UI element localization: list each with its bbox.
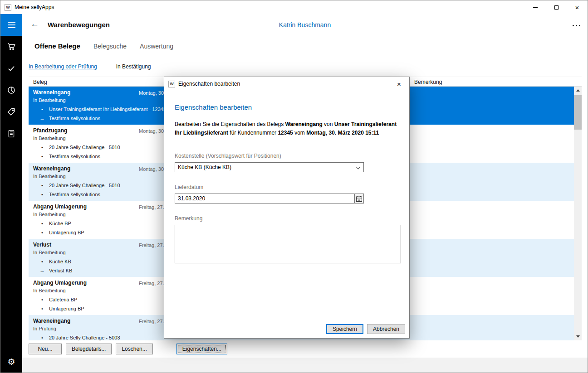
filter-in-bestätigung[interactable]: In Bestätigung [116, 63, 151, 70]
dialog-body: Eigenschaften bearbeiten Bearbeiten Sie … [164, 103, 409, 352]
filter-bar: In Bearbeitung oder PrüfungIn Bestätigun… [29, 63, 151, 70]
chevron-down-icon [356, 165, 361, 170]
app-window: W Meine sellyApps × [0, 0, 588, 373]
calendar-button[interactable] [355, 194, 364, 203]
filter-in-bearbeitung-oder-prüfung[interactable]: In Bearbeitung oder Prüfung [29, 63, 97, 70]
eigenschaften-dialog: W Eigenschaften bearbeiten × Eigenschaft… [164, 77, 410, 339]
column-header-beleg[interactable]: Beleg [33, 79, 47, 85]
sidebar-item-tag[interactable] [0, 101, 22, 123]
column-header-bemerkung[interactable]: Bemerkung [414, 79, 442, 85]
sidebar-item-cart[interactable] [0, 36, 22, 58]
kostenstelle-value: Küche KB (Küche KB) [178, 164, 231, 170]
titlebar: W Meine sellyApps × [0, 0, 588, 14]
dialog-buttons: Speichern Abbrechen [326, 324, 405, 334]
save-button[interactable]: Speichern [326, 324, 363, 334]
cart-icon [7, 43, 15, 51]
dialog-titlebar: W Eigenschaften bearbeiten × [164, 77, 409, 91]
löschen-button[interactable]: Löschen... [116, 344, 152, 354]
arrow-up-icon [576, 89, 580, 92]
dialog-app-icon: W [168, 81, 175, 87]
ellipsis-icon [573, 25, 574, 26]
scroll-up-button[interactable] [574, 87, 582, 94]
kostenstelle-select[interactable]: Küche KB (Küche KB) [175, 162, 364, 172]
lieferdatum-label: Lieferdatum [175, 184, 399, 190]
sidebar: ⚙ [0, 14, 22, 373]
bottom-strip [22, 358, 588, 373]
vertical-scrollbar[interactable] [574, 87, 582, 340]
user-name[interactable]: Katrin Buschmann [279, 21, 331, 29]
back-button[interactable]: ← [30, 19, 39, 29]
tab-offene-belege[interactable]: Offene Belege [34, 42, 80, 50]
close-icon: × [397, 81, 401, 87]
page-title: Warenbewegungen [48, 21, 110, 29]
pie-chart-icon [7, 86, 15, 94]
dialog-description: Bearbeiten Sie die Eigenschaften des Bel… [175, 120, 399, 137]
minimize-icon [533, 7, 538, 8]
scroll-down-button[interactable] [574, 333, 582, 340]
journal-icon [7, 130, 15, 138]
close-icon: × [575, 4, 579, 11]
window-title: Meine sellyApps [15, 4, 54, 10]
bemerkung-textarea[interactable] [175, 225, 401, 263]
belegdetails-button[interactable]: Belegdetails... [66, 344, 112, 354]
arrow-down-icon [576, 335, 580, 338]
tab-belegsuche[interactable]: Belegsuche [93, 43, 127, 50]
more-options-button[interactable] [573, 25, 580, 26]
maximize-button[interactable] [546, 0, 567, 14]
tab-bar: Offene BelegeBelegsucheAuswertung [34, 42, 173, 50]
bemerkung-label: Bemerkung [175, 215, 399, 222]
hamburger-icon [8, 22, 15, 23]
minimize-button[interactable] [525, 0, 546, 14]
scrollbar-thumb[interactable] [574, 95, 582, 130]
page-header: ← Warenbewegungen Katrin Buschmann [22, 14, 588, 37]
dialog-close-button[interactable]: × [389, 77, 409, 91]
close-button[interactable]: × [567, 0, 588, 14]
sidebar-item-chart[interactable] [0, 79, 22, 101]
kostenstelle-label: Kostenstelle (Vorschlagswert für Positio… [175, 153, 399, 159]
app-icon: W [5, 4, 11, 11]
sidebar-item-journal[interactable] [0, 123, 22, 145]
neu-button[interactable]: Neu... [29, 344, 62, 354]
dialog-heading: Eigenschaften bearbeiten [175, 103, 399, 111]
sidebar-item-check[interactable] [0, 58, 22, 79]
checkmark-icon [7, 64, 15, 73]
dialog-title: Eigenschaften bearbeiten [178, 81, 240, 87]
tab-auswertung[interactable]: Auswertung [140, 43, 173, 50]
tag-icon [7, 108, 15, 116]
lieferdatum-field [175, 194, 399, 203]
lieferdatum-input[interactable] [175, 194, 355, 203]
maximize-icon [554, 5, 559, 10]
menu-button[interactable] [0, 14, 22, 36]
calendar-icon [356, 196, 362, 202]
window-controls: × [525, 0, 588, 14]
gear-icon: ⚙ [7, 358, 15, 366]
settings-button[interactable]: ⚙ [0, 351, 22, 373]
cancel-button[interactable]: Abbrechen [367, 324, 405, 334]
